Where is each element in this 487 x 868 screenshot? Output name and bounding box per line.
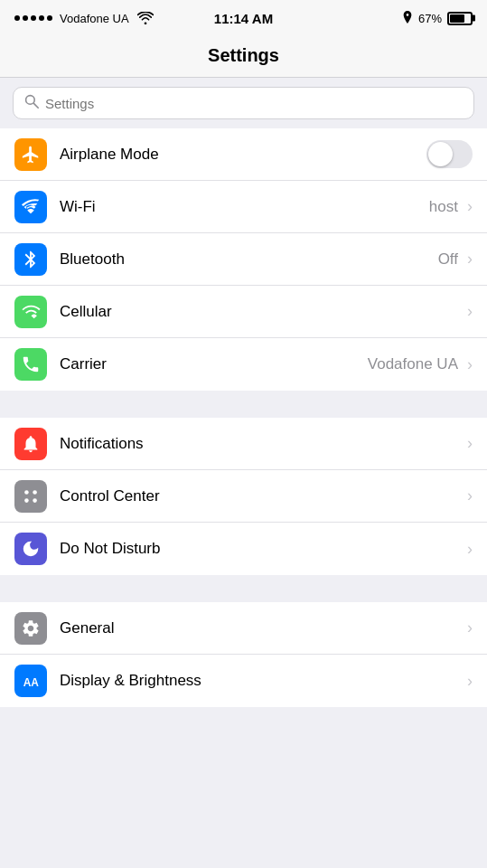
do-not-disturb-chevron: › — [467, 540, 473, 559]
carrier-chevron: › — [467, 355, 473, 374]
search-icon — [24, 94, 39, 112]
row-airplane-mode[interactable]: Airplane Mode — [0, 128, 487, 181]
status-right: 67% — [402, 11, 473, 26]
do-not-disturb-icon — [14, 533, 47, 565]
settings-list: Airplane Mode Wi-Fi host › Bluetoot — [0, 128, 487, 707]
page-title: Settings — [0, 45, 487, 66]
display-brightness-label: Display & Brightness — [60, 672, 465, 690]
svg-line-1 — [33, 103, 38, 108]
control-center-icon — [14, 480, 47, 513]
row-wifi[interactable]: Wi-Fi host › — [0, 181, 487, 233]
bluetooth-icon — [14, 243, 47, 276]
cellular-label: Cellular — [60, 303, 458, 321]
airplane-mode-label: Airplane Mode — [60, 146, 426, 164]
spacer-1 — [0, 391, 487, 418]
general-label: General — [60, 619, 465, 637]
carrier-name: Vodafone UA — [60, 12, 129, 25]
status-left: Vodafone UA — [14, 12, 154, 25]
row-general[interactable]: General › — [0, 602, 487, 655]
battery-icon — [447, 12, 473, 25]
svg-point-5 — [33, 498, 37, 503]
display-brightness-icon: AA — [14, 665, 47, 697]
wifi-row-icon — [14, 191, 47, 223]
notifications-label: Notifications — [60, 435, 465, 453]
notifications-icon — [14, 428, 47, 460]
general-chevron: › — [467, 618, 473, 637]
svg-point-2 — [24, 490, 29, 495]
svg-point-0 — [26, 96, 35, 105]
spacer-2 — [0, 575, 487, 602]
search-input[interactable] — [45, 96, 463, 111]
search-bar[interactable] — [13, 87, 474, 119]
page-title-bar: Settings — [0, 36, 487, 78]
status-time: 11:14 AM — [214, 11, 273, 26]
general-icon — [14, 612, 47, 645]
group-connectivity: Airplane Mode Wi-Fi host › Bluetoot — [0, 128, 487, 391]
carrier-label: Carrier — [60, 355, 368, 373]
cellular-chevron: › — [467, 302, 473, 321]
location-icon — [402, 11, 413, 26]
group-notifications: Notifications › Control Center › — [0, 418, 487, 575]
signal-icon — [14, 15, 52, 21]
airplane-mode-icon — [14, 138, 47, 171]
bluetooth-value: Off — [438, 250, 458, 269]
carrier-value: Vodafone UA — [368, 355, 458, 373]
control-center-chevron: › — [467, 486, 473, 505]
battery-percent: 67% — [418, 12, 442, 25]
row-cellular[interactable]: Cellular › — [0, 286, 487, 338]
row-carrier[interactable]: Carrier Vodafone UA › — [0, 338, 487, 391]
control-center-label: Control Center — [60, 487, 465, 505]
status-bar: Vodafone UA 11:14 AM 67% — [0, 0, 487, 36]
svg-text:AA: AA — [23, 676, 40, 689]
wifi-value: host — [429, 198, 458, 216]
wifi-label: Wi-Fi — [60, 198, 429, 216]
row-control-center[interactable]: Control Center › — [0, 470, 487, 523]
group-device: General › AA Display & Brightness › — [0, 602, 487, 707]
row-do-not-disturb[interactable]: Do Not Disturb › — [0, 523, 487, 575]
do-not-disturb-label: Do Not Disturb — [60, 540, 465, 558]
row-display-brightness[interactable]: AA Display & Brightness › — [0, 655, 487, 707]
svg-point-3 — [33, 490, 37, 495]
search-container — [0, 78, 487, 128]
display-brightness-chevron: › — [467, 672, 473, 691]
bluetooth-chevron: › — [467, 250, 473, 269]
svg-point-4 — [24, 498, 29, 503]
wifi-status-icon — [137, 12, 154, 24]
row-bluetooth[interactable]: Bluetooth Off › — [0, 233, 487, 286]
wifi-chevron: › — [467, 197, 473, 216]
row-notifications[interactable]: Notifications › — [0, 418, 487, 470]
notifications-chevron: › — [467, 434, 473, 453]
bluetooth-label: Bluetooth — [60, 250, 438, 269]
airplane-mode-toggle[interactable] — [426, 140, 473, 168]
cellular-icon — [14, 296, 47, 328]
carrier-icon — [14, 348, 47, 381]
